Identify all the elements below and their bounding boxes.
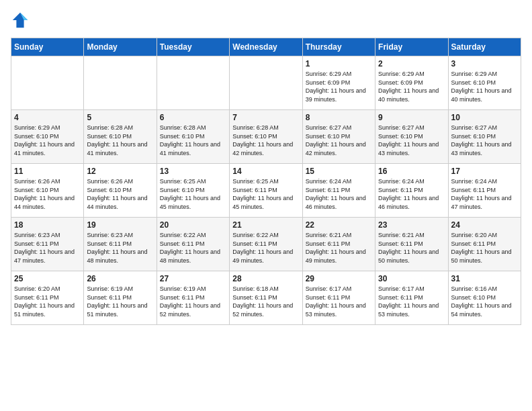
day-info: Sunrise: 6:23 AM Sunset: 6:11 PM Dayligh…	[14, 231, 81, 265]
calendar-cell: 28Sunrise: 6:18 AM Sunset: 6:11 PM Dayli…	[230, 271, 302, 325]
calendar-cell: 24Sunrise: 6:20 AM Sunset: 6:11 PM Dayli…	[448, 218, 521, 271]
day-number: 29	[306, 274, 372, 283]
day-number: 23	[378, 220, 445, 230]
calendar-cell: 29Sunrise: 6:17 AM Sunset: 6:11 PM Dayli…	[302, 271, 375, 325]
calendar-cell: 9Sunrise: 6:27 AM Sunset: 6:10 PM Daylig…	[375, 110, 448, 164]
calendar-cell	[230, 56, 302, 110]
calendar-cell: 15Sunrise: 6:24 AM Sunset: 6:11 PM Dayli…	[302, 164, 375, 218]
day-info: Sunrise: 6:17 AM Sunset: 6:11 PM Dayligh…	[306, 285, 372, 318]
day-info: Sunrise: 6:19 AM Sunset: 6:11 PM Dayligh…	[160, 285, 226, 318]
day-info: Sunrise: 6:28 AM Sunset: 6:10 PM Dayligh…	[232, 124, 299, 157]
day-info: Sunrise: 6:26 AM Sunset: 6:10 PM Dayligh…	[14, 177, 81, 211]
calendar-cell: 2Sunrise: 6:29 AM Sunset: 6:09 PM Daylig…	[375, 56, 448, 110]
logo-icon	[11, 11, 30, 30]
calendar-cell: 8Sunrise: 6:27 AM Sunset: 6:10 PM Daylig…	[302, 110, 375, 164]
calendar-cell: 20Sunrise: 6:22 AM Sunset: 6:11 PM Dayli…	[157, 218, 229, 271]
day-info: Sunrise: 6:27 AM Sunset: 6:10 PM Dayligh…	[306, 124, 372, 157]
calendar-cell: 13Sunrise: 6:25 AM Sunset: 6:10 PM Dayli…	[157, 164, 229, 218]
day-number: 22	[306, 220, 372, 230]
day-number: 28	[232, 274, 299, 283]
day-header-tuesday: Tuesday	[157, 38, 229, 56]
day-number: 14	[232, 167, 299, 176]
day-number: 25	[14, 274, 81, 283]
day-number: 3	[451, 59, 518, 68]
day-number: 31	[451, 274, 518, 283]
day-number: 18	[14, 220, 81, 230]
calendar-cell: 3Sunrise: 6:29 AM Sunset: 6:10 PM Daylig…	[448, 56, 521, 110]
calendar-cell: 19Sunrise: 6:23 AM Sunset: 6:11 PM Dayli…	[84, 218, 157, 271]
day-number: 8	[306, 113, 372, 122]
day-header-thursday: Thursday	[302, 38, 375, 56]
page-header	[11, 11, 521, 30]
day-info: Sunrise: 6:25 AM Sunset: 6:11 PM Dayligh…	[232, 177, 299, 211]
week-row-3: 18Sunrise: 6:23 AM Sunset: 6:11 PM Dayli…	[11, 218, 521, 271]
calendar-table: SundayMondayTuesdayWednesdayThursdayFrid…	[11, 38, 521, 325]
day-number: 17	[451, 167, 518, 176]
calendar-cell: 5Sunrise: 6:28 AM Sunset: 6:10 PM Daylig…	[84, 110, 157, 164]
day-number: 20	[160, 220, 226, 230]
day-info: Sunrise: 6:24 AM Sunset: 6:11 PM Dayligh…	[451, 177, 518, 211]
day-info: Sunrise: 6:29 AM Sunset: 6:09 PM Dayligh…	[306, 70, 372, 103]
calendar-cell: 25Sunrise: 6:20 AM Sunset: 6:11 PM Dayli…	[11, 271, 84, 325]
day-info: Sunrise: 6:27 AM Sunset: 6:10 PM Dayligh…	[451, 124, 518, 157]
calendar-cell: 6Sunrise: 6:28 AM Sunset: 6:10 PM Daylig…	[157, 110, 229, 164]
calendar-cell: 4Sunrise: 6:29 AM Sunset: 6:10 PM Daylig…	[11, 110, 84, 164]
day-info: Sunrise: 6:18 AM Sunset: 6:11 PM Dayligh…	[232, 285, 299, 318]
day-info: Sunrise: 6:21 AM Sunset: 6:11 PM Dayligh…	[378, 231, 445, 265]
day-number: 19	[87, 220, 153, 230]
day-number: 6	[160, 113, 226, 122]
week-row-4: 25Sunrise: 6:20 AM Sunset: 6:11 PM Dayli…	[11, 271, 521, 325]
day-number: 26	[87, 274, 153, 283]
day-info: Sunrise: 6:20 AM Sunset: 6:11 PM Dayligh…	[451, 231, 518, 265]
calendar-cell: 21Sunrise: 6:22 AM Sunset: 6:11 PM Dayli…	[230, 218, 302, 271]
day-info: Sunrise: 6:29 AM Sunset: 6:09 PM Dayligh…	[378, 70, 445, 103]
day-info: Sunrise: 6:28 AM Sunset: 6:10 PM Dayligh…	[87, 124, 153, 157]
day-header-friday: Friday	[375, 38, 448, 56]
calendar-cell: 17Sunrise: 6:24 AM Sunset: 6:11 PM Dayli…	[448, 164, 521, 218]
calendar-cell	[157, 56, 229, 110]
calendar-cell: 26Sunrise: 6:19 AM Sunset: 6:11 PM Dayli…	[84, 271, 157, 325]
day-header-wednesday: Wednesday	[230, 38, 302, 56]
day-info: Sunrise: 6:27 AM Sunset: 6:10 PM Dayligh…	[378, 124, 445, 157]
day-info: Sunrise: 6:29 AM Sunset: 6:10 PM Dayligh…	[451, 70, 518, 103]
day-info: Sunrise: 6:29 AM Sunset: 6:10 PM Dayligh…	[14, 124, 81, 157]
calendar-cell: 12Sunrise: 6:26 AM Sunset: 6:10 PM Dayli…	[84, 164, 157, 218]
day-number: 4	[14, 113, 81, 122]
calendar-cell: 11Sunrise: 6:26 AM Sunset: 6:10 PM Dayli…	[11, 164, 84, 218]
day-header-sunday: Sunday	[11, 38, 84, 56]
day-number: 11	[14, 167, 81, 176]
logo	[11, 11, 32, 30]
day-number: 27	[160, 274, 226, 283]
day-info: Sunrise: 6:16 AM Sunset: 6:10 PM Dayligh…	[451, 285, 518, 318]
day-info: Sunrise: 6:17 AM Sunset: 6:11 PM Dayligh…	[378, 285, 445, 318]
calendar-cell: 7Sunrise: 6:28 AM Sunset: 6:10 PM Daylig…	[230, 110, 302, 164]
calendar-cell: 1Sunrise: 6:29 AM Sunset: 6:09 PM Daylig…	[302, 56, 375, 110]
calendar-cell: 10Sunrise: 6:27 AM Sunset: 6:10 PM Dayli…	[448, 110, 521, 164]
day-info: Sunrise: 6:23 AM Sunset: 6:11 PM Dayligh…	[87, 231, 153, 265]
calendar-body: 1Sunrise: 6:29 AM Sunset: 6:09 PM Daylig…	[11, 56, 521, 325]
day-info: Sunrise: 6:24 AM Sunset: 6:11 PM Dayligh…	[378, 177, 445, 211]
calendar-cell	[84, 56, 157, 110]
day-number: 24	[451, 220, 518, 230]
calendar-cell: 16Sunrise: 6:24 AM Sunset: 6:11 PM Dayli…	[375, 164, 448, 218]
day-info: Sunrise: 6:20 AM Sunset: 6:11 PM Dayligh…	[14, 285, 81, 318]
day-number: 15	[306, 167, 372, 176]
day-header-saturday: Saturday	[448, 38, 521, 56]
day-info: Sunrise: 6:19 AM Sunset: 6:11 PM Dayligh…	[87, 285, 153, 318]
day-number: 7	[232, 113, 299, 122]
day-info: Sunrise: 6:22 AM Sunset: 6:11 PM Dayligh…	[160, 231, 226, 265]
calendar-cell: 27Sunrise: 6:19 AM Sunset: 6:11 PM Dayli…	[157, 271, 229, 325]
day-number: 21	[232, 220, 299, 230]
week-row-2: 11Sunrise: 6:26 AM Sunset: 6:10 PM Dayli…	[11, 164, 521, 218]
day-info: Sunrise: 6:26 AM Sunset: 6:10 PM Dayligh…	[87, 177, 153, 211]
day-number: 10	[451, 113, 518, 122]
day-number: 30	[378, 274, 445, 283]
calendar-cell: 31Sunrise: 6:16 AM Sunset: 6:10 PM Dayli…	[448, 271, 521, 325]
day-number: 2	[378, 59, 445, 68]
day-info: Sunrise: 6:22 AM Sunset: 6:11 PM Dayligh…	[232, 231, 299, 265]
calendar-cell: 23Sunrise: 6:21 AM Sunset: 6:11 PM Dayli…	[375, 218, 448, 271]
day-number: 9	[378, 113, 445, 122]
calendar-cell: 14Sunrise: 6:25 AM Sunset: 6:11 PM Dayli…	[230, 164, 302, 218]
day-info: Sunrise: 6:21 AM Sunset: 6:11 PM Dayligh…	[306, 231, 372, 265]
day-number: 1	[306, 59, 372, 68]
